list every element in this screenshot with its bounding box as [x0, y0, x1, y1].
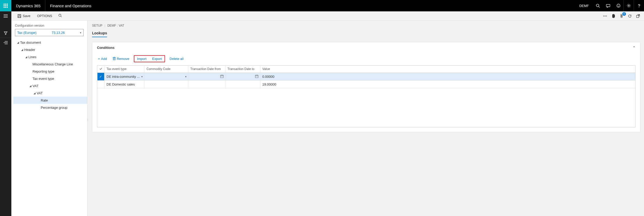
svg-rect-15 [19, 14, 20, 16]
settings-icon[interactable] [623, 0, 634, 11]
svg-line-18 [61, 16, 62, 17]
svg-point-3 [617, 4, 620, 7]
attachments-icon[interactable]: 0 [618, 13, 625, 19]
left-rail [0, 11, 11, 21]
search-icon[interactable] [592, 0, 603, 11]
link-icon[interactable] [602, 13, 608, 19]
svg-point-0 [596, 4, 599, 7]
options-button[interactable]: OPTIONS [34, 14, 56, 18]
company-badge[interactable]: DEMF [576, 4, 592, 8]
save-button[interactable]: Save [14, 14, 34, 18]
help-icon[interactable] [634, 0, 644, 11]
waffle-icon [4, 4, 8, 8]
svg-rect-16 [18, 16, 20, 18]
hamburger-icon[interactable] [0, 11, 11, 21]
popout-icon[interactable] [635, 13, 641, 19]
top-header: Dynamics 365 Finance and Operations DEMF [0, 0, 644, 11]
save-label: Save [23, 14, 30, 18]
actionbar-right: 0 [602, 13, 644, 19]
app-launcher-button[interactable] [0, 0, 11, 11]
svg-point-7 [639, 7, 639, 7]
brand-label[interactable]: Dynamics 365 [11, 0, 45, 11]
office-icon[interactable] [610, 13, 617, 19]
action-bar: Save OPTIONS 0 [0, 11, 644, 21]
actionbar-search-icon[interactable] [56, 14, 64, 18]
app-title: Finance and Operations [45, 4, 96, 8]
header-right: DEMF [576, 0, 644, 11]
svg-point-17 [59, 14, 61, 17]
svg-rect-2 [606, 4, 610, 7]
attachments-badge: 0 [622, 12, 626, 16]
svg-point-4 [618, 5, 618, 5]
svg-point-6 [628, 5, 629, 6]
messages-icon[interactable] [603, 0, 613, 11]
svg-line-1 [599, 6, 600, 7]
feedback-icon[interactable] [613, 0, 623, 11]
save-icon [18, 14, 21, 18]
refresh-icon[interactable] [626, 13, 633, 19]
svg-point-5 [619, 5, 619, 5]
